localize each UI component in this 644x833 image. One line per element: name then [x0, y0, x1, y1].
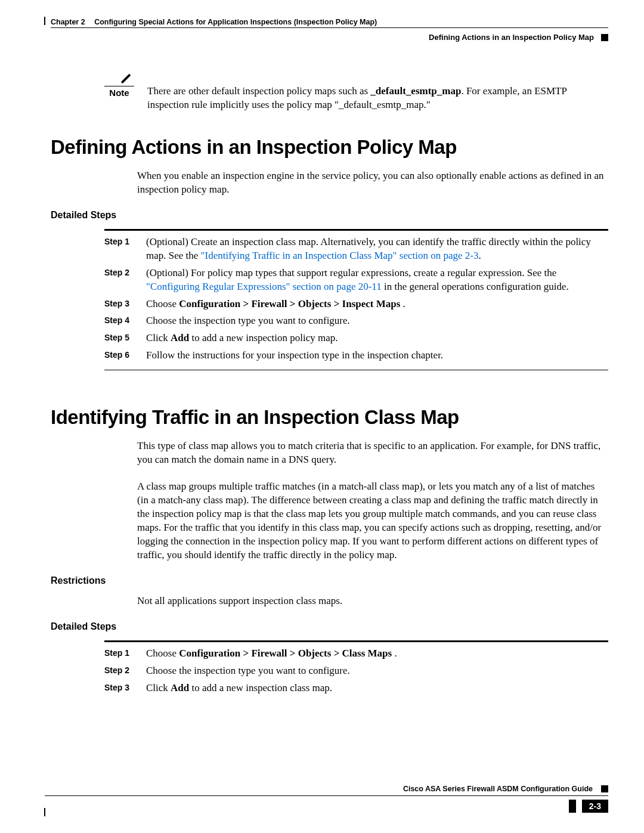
body-paragraph: A class map groups multiple traffic matc…: [137, 480, 608, 562]
page-number-badge: 2-3: [569, 800, 608, 813]
page-number: 2-3: [582, 800, 608, 813]
step-row: Step 2 Choose the inspection type you wa…: [104, 664, 608, 678]
pencil-icon: [120, 72, 133, 85]
intro-paragraph: When you enable an inspection engine in …: [137, 169, 608, 197]
cross-ref-link[interactable]: "Identifying Traffic in an Inspection Cl…: [201, 250, 479, 261]
steps-list: Step 1 (Optional) Create an inspection c…: [104, 236, 608, 363]
running-header: Chapter 2 Configuring Special Actions fo…: [51, 18, 608, 26]
step-row: Step 1 (Optional) Create an inspection c…: [104, 236, 608, 263]
badge-square-icon: [569, 800, 576, 813]
section-heading: Defining Actions in an Inspection Policy…: [51, 136, 608, 159]
note-block: Note There are other default inspection …: [104, 72, 608, 112]
cross-ref-link[interactable]: "Configuring Regular Expressions" sectio…: [146, 281, 382, 292]
crop-mark: [44, 17, 45, 25]
body-paragraph: This type of class map allows you to mat…: [137, 439, 608, 467]
footer-rule: [45, 795, 608, 796]
step-row: Step 5 Click Add to add a new inspection…: [104, 332, 608, 345]
restrictions-heading: Restrictions: [51, 575, 608, 586]
header-rule: [51, 27, 608, 28]
steps-list: Step 1 Choose Configuration > Firewall >…: [104, 647, 608, 695]
detailed-steps-heading: Detailed Steps: [51, 210, 608, 221]
restrictions-text: Not all applications support inspection …: [137, 594, 608, 608]
note-label: Note: [104, 88, 134, 98]
note-text: There are other default inspection polic…: [147, 72, 608, 112]
step-row: Step 3 Choose Configuration > Firewall >…: [104, 298, 608, 311]
guide-title: Cisco ASA Series Firewall ASDM Configura…: [403, 785, 593, 793]
end-marker-icon: [601, 34, 608, 41]
rule: [104, 370, 608, 370]
step-row: Step 3 Click Add to add a new inspection…: [104, 682, 608, 695]
section-heading: Identifying Traffic in an Inspection Cla…: [51, 406, 608, 429]
rule: [104, 640, 608, 642]
step-row: Step 4 Choose the inspection type you wa…: [104, 314, 608, 328]
step-row: Step 1 Choose Configuration > Firewall >…: [104, 647, 608, 661]
page-footer: Cisco ASA Series Firewall ASDM Configura…: [45, 785, 608, 813]
step-row: Step 2 (Optional) For policy map types t…: [104, 267, 608, 294]
detailed-steps-heading: Detailed Steps: [51, 621, 608, 632]
step-row: Step 6 Follow the instructions for your …: [104, 349, 608, 363]
chapter-label: Chapter 2: [51, 18, 85, 26]
end-marker-icon: [601, 785, 608, 792]
section-header: Defining Actions in an Inspection Policy…: [429, 33, 594, 42]
chapter-title: Configuring Special Actions for Applicat…: [94, 18, 377, 26]
rule: [104, 229, 608, 231]
